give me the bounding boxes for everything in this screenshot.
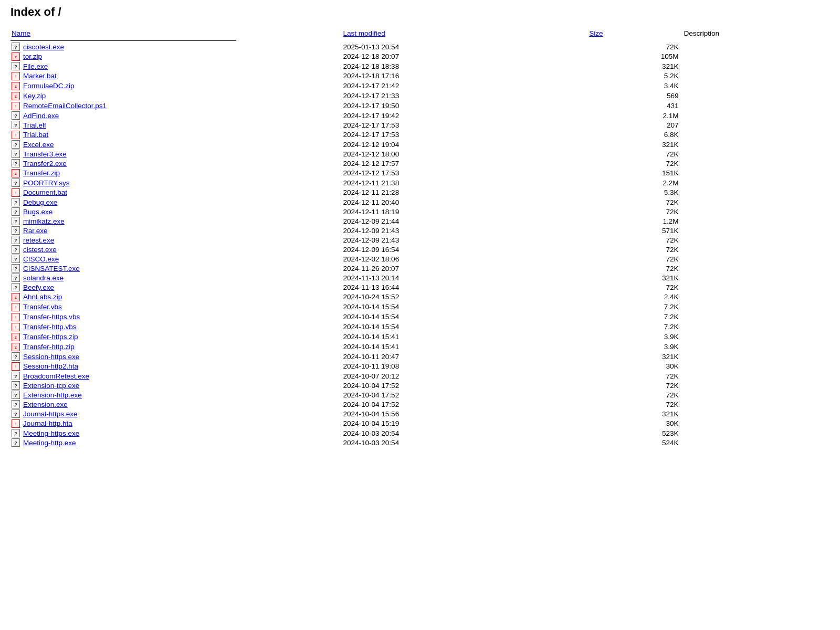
file-name[interactable]: Transfer3.exe (22, 149, 342, 159)
size-sort-link[interactable]: Size (589, 29, 603, 37)
file-link[interactable]: Meeting-http.exe (23, 439, 76, 447)
file-link[interactable]: AhnLabs.zip (23, 293, 62, 301)
name-sort-link[interactable]: Name (12, 29, 30, 37)
file-link[interactable]: Transfer.vbs (23, 303, 62, 311)
file-type-icon: ? (12, 217, 20, 225)
file-link[interactable]: Bugs.exe (23, 208, 52, 216)
col-last-modified[interactable]: Last modified (342, 27, 589, 39)
file-name[interactable]: Transfer-https.zip (22, 332, 342, 342)
file-name[interactable]: Transfer-http.vbs (22, 322, 342, 332)
file-link[interactable]: Transfer-http.zip (23, 343, 75, 351)
file-link[interactable]: File.exe (23, 62, 48, 70)
file-name[interactable]: Journal-http.hta (22, 418, 342, 428)
file-link[interactable]: Extension-http.exe (23, 391, 82, 399)
file-name[interactable]: Excel.exe (22, 140, 342, 149)
file-link[interactable]: Extension-tcp.exe (23, 382, 79, 390)
file-link[interactable]: Excel.exe (23, 141, 54, 149)
file-link[interactable]: CISNSATEST.exe (23, 265, 80, 272)
file-size: 5.2K (588, 71, 682, 81)
file-name[interactable]: POORTRY.sys (22, 178, 342, 187)
file-name[interactable]: Trial.bat (22, 130, 342, 140)
file-name[interactable]: Bugs.exe (22, 207, 342, 216)
file-link[interactable]: Marker.bat (23, 72, 57, 80)
file-link[interactable]: Transfer-https.vbs (23, 313, 80, 321)
file-name[interactable]: mimikatz.exe (22, 216, 342, 226)
file-link[interactable]: Meeting-https.exe (23, 429, 79, 437)
file-name[interactable]: Key.zip (22, 91, 342, 101)
file-link[interactable]: Transfer-http.vbs (23, 323, 77, 331)
file-date: 2024-10-07 20:12 (342, 371, 589, 381)
file-link[interactable]: tor.zip (23, 52, 42, 60)
file-name[interactable]: Journal-https.exe (22, 409, 342, 418)
file-link[interactable]: Session-https.exe (23, 353, 79, 361)
col-size[interactable]: Size (588, 27, 682, 39)
file-name[interactable]: retest.exe (22, 235, 342, 245)
file-name[interactable]: CISNSATEST.exe (22, 264, 342, 273)
file-date: 2024-10-11 20:47 (342, 352, 589, 361)
file-link[interactable]: Session-http2.hta (23, 362, 78, 370)
file-link[interactable]: Trial.bat (23, 131, 48, 139)
file-name[interactable]: Session-https.exe (22, 352, 342, 361)
file-name[interactable]: solandra.exe (22, 273, 342, 282)
file-name[interactable]: Meeting-https.exe (22, 428, 342, 438)
file-name[interactable]: Extension.exe (22, 400, 342, 409)
file-name[interactable]: ciscotest.exe (22, 42, 342, 51)
col-name[interactable]: Name (10, 27, 342, 39)
file-link[interactable]: POORTRY.sys (23, 179, 70, 187)
file-name[interactable]: AhnLabs.zip (22, 292, 342, 302)
file-link[interactable]: Transfer.zip (23, 169, 60, 177)
file-name[interactable]: Rar.exe (22, 226, 342, 235)
file-name[interactable]: Document.bat (22, 187, 342, 197)
file-name[interactable]: Beefy.exe (22, 282, 342, 292)
file-name[interactable]: Transfer-http.zip (22, 342, 342, 352)
file-link[interactable]: Document.bat (23, 188, 67, 196)
file-link[interactable]: Journal-http.hta (23, 419, 72, 427)
file-name[interactable]: File.exe (22, 61, 342, 71)
file-link[interactable]: Transfer2.exe (23, 160, 67, 167)
file-name[interactable]: Extension-tcp.exe (22, 381, 342, 390)
file-link[interactable]: AdFind.exe (23, 112, 59, 120)
file-link[interactable]: CISCO.exe (23, 255, 59, 263)
file-name[interactable]: Extension-http.exe (22, 390, 342, 400)
last-modified-sort-link[interactable]: Last modified (343, 29, 385, 37)
file-name[interactable]: AdFind.exe (22, 111, 342, 120)
table-row: ?retest.exe2024-12-09 21:4372K (10, 235, 830, 245)
file-name[interactable]: RemoteEmailCollector.ps1 (22, 101, 342, 111)
file-size: 321K (588, 409, 682, 418)
file-name[interactable]: CISCO.exe (22, 254, 342, 264)
file-name[interactable]: FormulaeDC.zip (22, 81, 342, 91)
file-icon: ? (10, 245, 22, 254)
file-name[interactable]: Session-http2.hta (22, 361, 342, 371)
file-name[interactable]: Transfer2.exe (22, 159, 342, 168)
file-icon: z (10, 342, 22, 352)
file-link[interactable]: mimikatz.exe (23, 217, 65, 225)
file-link[interactable]: FormulaeDC.zip (23, 82, 75, 90)
file-name[interactable]: Transfer.vbs (22, 302, 342, 312)
file-link[interactable]: Key.zip (23, 92, 46, 100)
file-name[interactable]: cistest.exe (22, 245, 342, 254)
file-name[interactable]: Transfer.zip (22, 168, 342, 178)
file-link[interactable]: Beefy.exe (23, 284, 54, 291)
file-type-icon: ? (12, 62, 20, 70)
file-link[interactable]: retest.exe (23, 236, 54, 244)
file-name[interactable]: BroadcomRetest.exe (22, 371, 342, 381)
file-link[interactable]: ciscotest.exe (23, 43, 64, 51)
file-link[interactable]: cistest.exe (23, 246, 57, 254)
file-link[interactable]: Trial.elf (23, 121, 46, 129)
file-link[interactable]: Rar.exe (23, 227, 48, 235)
file-name[interactable]: Debug.exe (22, 197, 342, 207)
file-name[interactable]: Marker.bat (22, 71, 342, 81)
file-name[interactable]: Trial.elf (22, 120, 342, 130)
file-name[interactable]: Transfer-https.vbs (22, 312, 342, 322)
file-name[interactable]: tor.zip (22, 51, 342, 61)
file-link[interactable]: BroadcomRetest.exe (23, 372, 89, 380)
file-link[interactable]: RemoteEmailCollector.ps1 (23, 102, 107, 110)
file-name[interactable]: Meeting-http.exe (22, 438, 342, 447)
file-link[interactable]: Transfer3.exe (23, 150, 67, 158)
file-link[interactable]: Debug.exe (23, 198, 57, 206)
file-link[interactable]: Extension.exe (23, 401, 68, 408)
table-row: zAhnLabs.zip2024-10-24 15:522.4K (10, 292, 830, 302)
file-link[interactable]: Journal-https.exe (23, 410, 78, 418)
file-link[interactable]: Transfer-https.zip (23, 333, 78, 341)
file-link[interactable]: solandra.exe (23, 274, 64, 282)
